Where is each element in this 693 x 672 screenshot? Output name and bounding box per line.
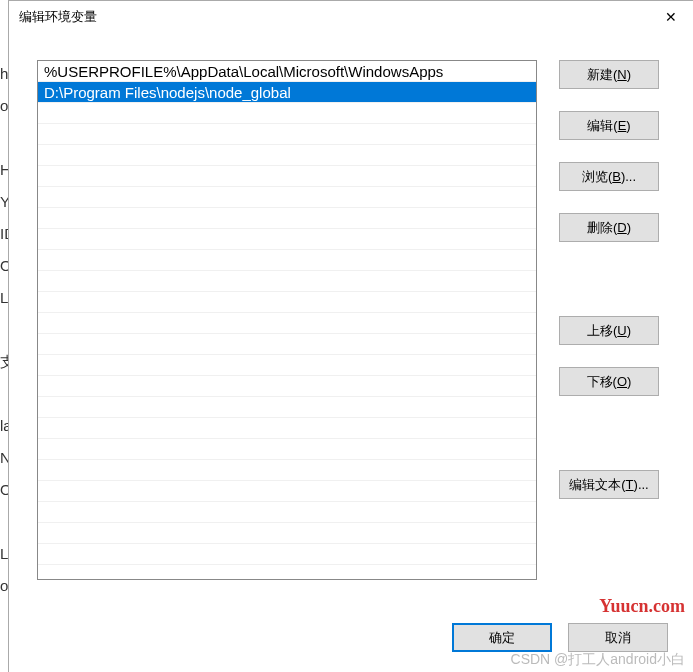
edit-text-button[interactable]: 编辑文本(T)... (559, 470, 659, 499)
list-item[interactable]: D:\Program Files\nodejs\node_global (38, 82, 536, 103)
list-empty-row[interactable] (38, 208, 536, 229)
list-empty-row[interactable] (38, 502, 536, 523)
edit-env-var-dialog: 编辑环境变量 ✕ %USERPROFILE%\AppData\Local\Mic… (8, 0, 693, 672)
list-empty-row[interactable] (38, 166, 536, 187)
browse-button[interactable]: 浏览(B)... (559, 162, 659, 191)
close-icon: ✕ (665, 9, 677, 25)
list-empty-row[interactable] (38, 439, 536, 460)
close-button[interactable]: ✕ (648, 2, 693, 32)
list-empty-row[interactable] (38, 460, 536, 481)
watermark-csdn: CSDN @打工人android小白 (511, 651, 685, 669)
list-empty-row[interactable] (38, 145, 536, 166)
list-item[interactable]: %USERPROFILE%\AppData\Local\Microsoft\Wi… (38, 61, 536, 82)
list-empty-row[interactable] (38, 229, 536, 250)
list-empty-row[interactable] (38, 397, 536, 418)
list-empty-row[interactable] (38, 355, 536, 376)
list-empty-row[interactable] (38, 544, 536, 565)
move-down-button[interactable]: 下移(O) (559, 367, 659, 396)
list-empty-row[interactable] (38, 418, 536, 439)
path-listbox[interactable]: %USERPROFILE%\AppData\Local\Microsoft\Wi… (37, 60, 537, 580)
cancel-button[interactable]: 取消 (568, 623, 668, 652)
list-empty-row[interactable] (38, 187, 536, 208)
list-empty-row[interactable] (38, 376, 536, 397)
list-empty-row[interactable] (38, 250, 536, 271)
ok-button[interactable]: 确定 (452, 623, 552, 652)
list-empty-row[interactable] (38, 292, 536, 313)
dialog-content: %USERPROFILE%\AppData\Local\Microsoft\Wi… (9, 33, 693, 590)
list-empty-row[interactable] (38, 334, 536, 355)
edit-button[interactable]: 编辑(E) (559, 111, 659, 140)
dialog-title: 编辑环境变量 (19, 8, 97, 26)
list-empty-row[interactable] (38, 481, 536, 502)
list-empty-row[interactable] (38, 103, 536, 124)
list-empty-row[interactable] (38, 523, 536, 544)
new-button[interactable]: 新建(N) (559, 60, 659, 89)
move-up-button[interactable]: 上移(U) (559, 316, 659, 345)
list-empty-row[interactable] (38, 313, 536, 334)
list-empty-row[interactable] (38, 124, 536, 145)
buttons-column: 新建(N) 编辑(E) 浏览(B)... 删除(D) 上移(U) 下移(O) 编… (559, 60, 659, 580)
delete-button[interactable]: 删除(D) (559, 213, 659, 242)
list-empty-row[interactable] (38, 271, 536, 292)
watermark-yuucn: Yuucn.com (599, 596, 685, 617)
titlebar[interactable]: 编辑环境变量 ✕ (9, 1, 693, 33)
dialog-footer: 确定 取消 (452, 623, 668, 652)
